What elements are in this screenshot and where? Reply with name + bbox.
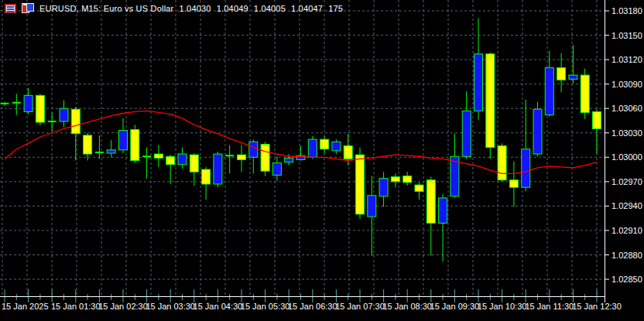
- candle-bear: [154, 154, 163, 158]
- candle-bear: [320, 139, 329, 149]
- chart-window: EURUSD, M15: Euro vs US Dollar 1.04030 1…: [0, 0, 644, 321]
- time-axis-label[interactable]: 15 Jan 04:30: [194, 302, 243, 311]
- candle-bear: [486, 54, 495, 148]
- candle-bear: [509, 180, 518, 187]
- candle-bull: [569, 75, 577, 79]
- time-axis-label[interactable]: 15 Jan 08:30: [382, 302, 432, 311]
- ma-line: [5, 111, 597, 173]
- time-axis-label[interactable]: 15 Jan 10:30: [478, 302, 527, 311]
- candle-bull: [522, 149, 530, 187]
- candle-bear: [426, 180, 435, 224]
- candle-bear: [131, 130, 139, 161]
- candle-bull: [272, 163, 281, 176]
- candle-bull: [308, 139, 317, 157]
- candle-bear: [166, 156, 175, 165]
- time-axis-label[interactable]: 15 Jan 06:30: [288, 302, 337, 311]
- candle-bear: [415, 185, 423, 191]
- candle-bull: [119, 131, 128, 150]
- candle-bull: [107, 150, 115, 153]
- candle-bear: [356, 155, 365, 214]
- price-axis-label[interactable]: 1.03030: [611, 128, 642, 138]
- price-axis-label[interactable]: 1.03150: [611, 31, 642, 40]
- time-axis-label[interactable]: 15 Jan 11:30: [525, 302, 574, 311]
- bar-close-value: 1.04047: [291, 4, 323, 13]
- candle-bear: [391, 177, 399, 182]
- candle-bull: [545, 68, 553, 115]
- time-axis-label[interactable]: 15 Jan 09:30: [430, 302, 480, 311]
- price-axis-label[interactable]: 1.03000: [611, 152, 642, 162]
- price-axis-label[interactable]: 1.03060: [611, 104, 642, 113]
- price-chart-canvas[interactable]: 1.031801.031501.031201.030901.030601.030…: [0, 0, 644, 321]
- candle-bear: [498, 146, 506, 180]
- candle-bear: [557, 68, 566, 80]
- candle-bull: [24, 95, 33, 111]
- chart-header: EURUSD, M15: Euro vs US Dollar 1.04030 1…: [5, 3, 343, 13]
- candle-bear: [190, 155, 198, 172]
- candle-bull: [60, 108, 68, 121]
- chart-title: EURUSD, M15: Euro vs US Dollar: [39, 4, 174, 13]
- time-axis-label[interactable]: 15 Jan 01:30: [51, 302, 101, 311]
- candle-bull: [379, 179, 388, 196]
- candle-bull: [462, 111, 471, 156]
- price-axis-label[interactable]: 1.02910: [611, 226, 642, 235]
- price-axis-label[interactable]: 1.02880: [611, 251, 642, 260]
- candle-bull: [439, 198, 447, 224]
- candle-bear: [238, 155, 246, 159]
- bar-high-value: 1.04049: [217, 4, 248, 13]
- time-axis-label[interactable]: 15 Jan 2025: [2, 302, 49, 311]
- chart-list-icon[interactable]: [5, 4, 16, 13]
- time-axis-label[interactable]: 15 Jan 03:30: [146, 302, 195, 311]
- candle-bear: [403, 176, 412, 182]
- bar-volume-value: 175: [328, 4, 343, 13]
- price-axis-label[interactable]: 1.03180: [611, 6, 642, 15]
- candle-bull: [474, 54, 483, 111]
- candle-bear: [36, 95, 44, 122]
- time-axis-label[interactable]: 15 Jan 07:30: [335, 302, 385, 311]
- candle-bear: [202, 169, 211, 184]
- bar-open-value: 1.04030: [180, 4, 211, 13]
- candle-bull: [214, 154, 222, 184]
- price-axis-label[interactable]: 1.02850: [611, 275, 642, 284]
- candle-bull: [332, 142, 341, 151]
- candle-bear: [71, 109, 80, 134]
- candle-bull: [533, 109, 542, 154]
- candle-bear: [344, 146, 352, 159]
- candle-bull: [178, 154, 187, 165]
- time-axis-label[interactable]: 15 Jan 02:30: [98, 302, 148, 311]
- candle-bull: [285, 158, 293, 162]
- price-axis-label[interactable]: 1.03090: [611, 80, 642, 89]
- candle-bull: [368, 196, 376, 217]
- price-axis-label[interactable]: 1.02970: [611, 177, 642, 186]
- time-axis-label[interactable]: 15 Jan 12:30: [572, 302, 622, 311]
- time-axis-label[interactable]: 15 Jan 05:30: [241, 302, 290, 311]
- candle-bear: [593, 111, 601, 128]
- price-axis-label[interactable]: 1.02940: [611, 201, 642, 210]
- candle-bull: [249, 142, 258, 157]
- candle-bear: [581, 75, 589, 112]
- candle-bear: [261, 144, 269, 171]
- chart-file-icon[interactable]: [22, 3, 34, 13]
- price-axis-label[interactable]: 1.03120: [611, 55, 642, 64]
- bar-low-value: 1.04005: [254, 4, 286, 13]
- candle-bear: [84, 135, 92, 154]
